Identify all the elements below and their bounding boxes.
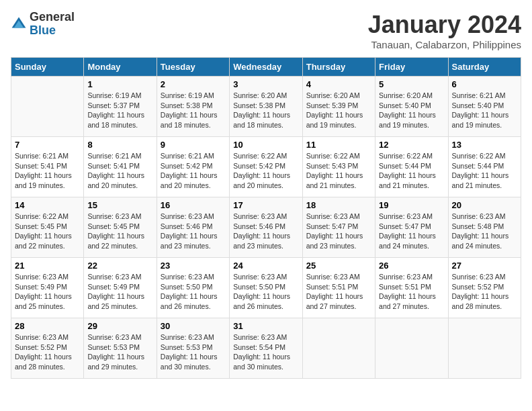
day-info: Sunrise: 6:23 AMSunset: 5:52 PMDaylight:…: [15, 332, 80, 372]
day-info: Sunrise: 6:19 AMSunset: 5:38 PMDaylight:…: [161, 91, 226, 130]
day-info: Sunrise: 6:22 AMSunset: 5:44 PMDaylight:…: [379, 151, 444, 191]
calendar-cell: 20Sunrise: 6:23 AMSunset: 5:48 PMDayligh…: [448, 197, 521, 258]
calendar-week-3: 14Sunrise: 6:22 AMSunset: 5:45 PMDayligh…: [11, 197, 521, 258]
calendar-week-2: 7Sunrise: 6:21 AMSunset: 5:41 PMDaylight…: [11, 137, 521, 197]
day-info: Sunrise: 6:20 AMSunset: 5:38 PMDaylight:…: [233, 91, 298, 130]
day-number: 14: [15, 200, 80, 210]
day-info: Sunrise: 6:23 AMSunset: 5:53 PMDaylight:…: [87, 332, 152, 372]
day-number: 3: [233, 79, 298, 89]
calendar-cell: 15Sunrise: 6:23 AMSunset: 5:45 PMDayligh…: [84, 197, 157, 258]
day-number: 18: [306, 200, 371, 210]
day-info: Sunrise: 6:20 AMSunset: 5:40 PMDaylight:…: [379, 91, 444, 130]
calendar-cell: 18Sunrise: 6:23 AMSunset: 5:47 PMDayligh…: [302, 197, 375, 258]
page-header: General Blue January 2024 Tanauan, Calab…: [11, 11, 521, 50]
header-saturday: Saturday: [448, 58, 521, 77]
calendar-cell: 9Sunrise: 6:21 AMSunset: 5:42 PMDaylight…: [157, 137, 229, 197]
calendar-body: 1Sunrise: 6:19 AMSunset: 5:37 PMDaylight…: [11, 77, 521, 379]
day-info: Sunrise: 6:22 AMSunset: 5:44 PMDaylight:…: [452, 151, 517, 191]
day-info: Sunrise: 6:22 AMSunset: 5:42 PMDaylight:…: [233, 151, 298, 191]
day-info: Sunrise: 6:23 AMSunset: 5:49 PMDaylight:…: [87, 272, 152, 312]
day-info: Sunrise: 6:23 AMSunset: 5:49 PMDaylight:…: [15, 272, 80, 312]
day-number: 10: [233, 140, 298, 150]
calendar-cell: 6Sunrise: 6:21 AMSunset: 5:40 PMDaylight…: [448, 77, 521, 137]
day-info: Sunrise: 6:23 AMSunset: 5:51 PMDaylight:…: [379, 272, 444, 312]
calendar-cell: [11, 77, 84, 137]
logo-blue: Blue: [30, 24, 56, 37]
day-number: 16: [161, 200, 226, 210]
day-number: 17: [233, 200, 298, 210]
calendar-cell: 12Sunrise: 6:22 AMSunset: 5:44 PMDayligh…: [375, 137, 448, 197]
day-number: 2: [161, 79, 226, 89]
day-number: 27: [452, 261, 517, 271]
day-number: 5: [379, 79, 444, 89]
day-number: 23: [161, 261, 226, 271]
day-info: Sunrise: 6:23 AMSunset: 5:50 PMDaylight:…: [161, 272, 226, 312]
calendar-header: Sunday Monday Tuesday Wednesday Thursday…: [11, 58, 521, 77]
day-info: Sunrise: 6:20 AMSunset: 5:39 PMDaylight:…: [306, 91, 371, 130]
title-block: January 2024 Tanauan, Calabarzon, Philip…: [368, 11, 521, 50]
day-number: 7: [15, 140, 80, 150]
header-row: Sunday Monday Tuesday Wednesday Thursday…: [11, 58, 521, 77]
calendar-cell: 14Sunrise: 6:22 AMSunset: 5:45 PMDayligh…: [11, 197, 84, 258]
calendar-cell: 28Sunrise: 6:23 AMSunset: 5:52 PMDayligh…: [11, 318, 84, 379]
header-tuesday: Tuesday: [157, 58, 229, 77]
day-number: 31: [233, 321, 298, 331]
calendar-cell: 4Sunrise: 6:20 AMSunset: 5:39 PMDaylight…: [302, 77, 375, 137]
header-monday: Monday: [84, 58, 157, 77]
calendar-cell: 5Sunrise: 6:20 AMSunset: 5:40 PMDaylight…: [375, 77, 448, 137]
logo: General Blue: [11, 11, 75, 38]
day-number: 21: [15, 261, 80, 271]
calendar-cell: 24Sunrise: 6:23 AMSunset: 5:50 PMDayligh…: [230, 258, 302, 318]
day-number: 22: [87, 261, 152, 271]
calendar-cell: 27Sunrise: 6:23 AMSunset: 5:52 PMDayligh…: [448, 258, 521, 318]
day-info: Sunrise: 6:23 AMSunset: 5:53 PMDaylight:…: [161, 332, 226, 372]
header-wednesday: Wednesday: [230, 58, 302, 77]
day-info: Sunrise: 6:23 AMSunset: 5:46 PMDaylight:…: [233, 212, 298, 251]
calendar-cell: [448, 318, 521, 379]
day-info: Sunrise: 6:23 AMSunset: 5:48 PMDaylight:…: [452, 212, 517, 251]
day-info: Sunrise: 6:23 AMSunset: 5:45 PMDaylight:…: [87, 212, 152, 251]
day-number: 30: [161, 321, 226, 331]
calendar-cell: 13Sunrise: 6:22 AMSunset: 5:44 PMDayligh…: [448, 137, 521, 197]
logo-icon: [11, 16, 27, 32]
location-subtitle: Tanauan, Calabarzon, Philippines: [368, 39, 521, 50]
calendar-cell: 3Sunrise: 6:20 AMSunset: 5:38 PMDaylight…: [230, 77, 302, 137]
calendar-week-5: 28Sunrise: 6:23 AMSunset: 5:52 PMDayligh…: [11, 318, 521, 379]
calendar-cell: 11Sunrise: 6:22 AMSunset: 5:43 PMDayligh…: [302, 137, 375, 197]
day-info: Sunrise: 6:22 AMSunset: 5:45 PMDaylight:…: [15, 212, 80, 251]
day-info: Sunrise: 6:23 AMSunset: 5:51 PMDaylight:…: [306, 272, 371, 312]
day-number: 26: [379, 261, 444, 271]
calendar-cell: 21Sunrise: 6:23 AMSunset: 5:49 PMDayligh…: [11, 258, 84, 318]
day-number: 11: [306, 140, 371, 150]
day-number: 8: [87, 140, 152, 150]
calendar-cell: 8Sunrise: 6:21 AMSunset: 5:41 PMDaylight…: [84, 137, 157, 197]
logo-text: General Blue: [30, 11, 75, 38]
calendar-cell: 25Sunrise: 6:23 AMSunset: 5:51 PMDayligh…: [302, 258, 375, 318]
calendar-cell: 2Sunrise: 6:19 AMSunset: 5:38 PMDaylight…: [157, 77, 229, 137]
day-info: Sunrise: 6:23 AMSunset: 5:54 PMDaylight:…: [233, 332, 298, 372]
calendar-cell: 26Sunrise: 6:23 AMSunset: 5:51 PMDayligh…: [375, 258, 448, 318]
calendar-week-1: 1Sunrise: 6:19 AMSunset: 5:37 PMDaylight…: [11, 77, 521, 137]
calendar-cell: [302, 318, 375, 379]
calendar-cell: 29Sunrise: 6:23 AMSunset: 5:53 PMDayligh…: [84, 318, 157, 379]
day-info: Sunrise: 6:21 AMSunset: 5:42 PMDaylight:…: [161, 151, 226, 191]
day-info: Sunrise: 6:23 AMSunset: 5:50 PMDaylight:…: [233, 272, 298, 312]
day-number: 19: [379, 200, 444, 210]
day-number: 9: [161, 140, 226, 150]
day-number: 6: [452, 79, 517, 89]
calendar-cell: 23Sunrise: 6:23 AMSunset: 5:50 PMDayligh…: [157, 258, 229, 318]
day-number: 13: [452, 140, 517, 150]
day-number: 1: [87, 79, 152, 89]
day-info: Sunrise: 6:23 AMSunset: 5:46 PMDaylight:…: [161, 212, 226, 251]
calendar-cell: 19Sunrise: 6:23 AMSunset: 5:47 PMDayligh…: [375, 197, 448, 258]
calendar-cell: 17Sunrise: 6:23 AMSunset: 5:46 PMDayligh…: [230, 197, 302, 258]
header-thursday: Thursday: [302, 58, 375, 77]
day-number: 12: [379, 140, 444, 150]
day-info: Sunrise: 6:21 AMSunset: 5:41 PMDaylight:…: [15, 151, 80, 191]
day-info: Sunrise: 6:23 AMSunset: 5:47 PMDaylight:…: [306, 212, 371, 251]
day-number: 28: [15, 321, 80, 331]
day-info: Sunrise: 6:22 AMSunset: 5:43 PMDaylight:…: [306, 151, 371, 191]
calendar-cell: 1Sunrise: 6:19 AMSunset: 5:37 PMDaylight…: [84, 77, 157, 137]
day-info: Sunrise: 6:23 AMSunset: 5:52 PMDaylight:…: [452, 272, 517, 312]
day-info: Sunrise: 6:23 AMSunset: 5:47 PMDaylight:…: [379, 212, 444, 251]
